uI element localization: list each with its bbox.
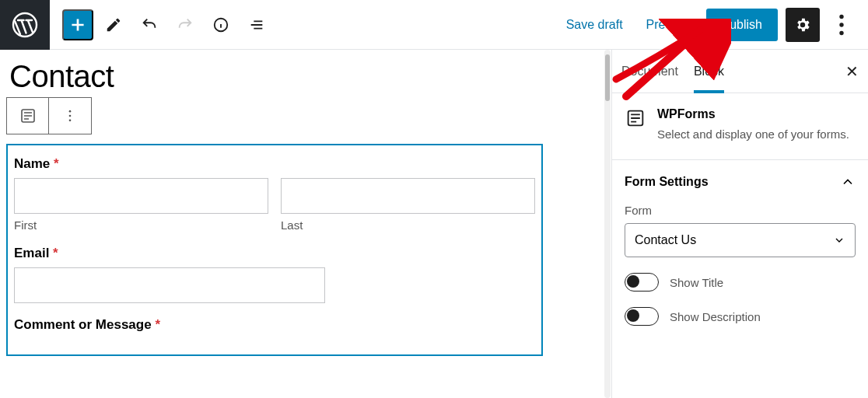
required-mark: * xyxy=(54,156,59,171)
name-label: Name * xyxy=(14,156,535,172)
form-select[interactable]: Contact Us xyxy=(625,223,856,257)
settings-button[interactable] xyxy=(786,8,820,42)
svg-point-2 xyxy=(839,14,843,18)
first-name-input[interactable] xyxy=(14,178,268,214)
form-select-value: Contact Us xyxy=(635,233,696,247)
wordpress-logo[interactable] xyxy=(0,0,50,50)
svg-point-8 xyxy=(69,120,72,122)
save-draft-button[interactable]: Save draft xyxy=(558,12,631,38)
chevron-up-icon xyxy=(840,174,856,190)
form-settings-panel-header[interactable]: Form Settings xyxy=(612,160,868,204)
more-options-button[interactable] xyxy=(828,8,856,42)
block-description-text: Select and display one of your forms. xyxy=(657,126,849,142)
redo-button[interactable] xyxy=(170,9,201,40)
sidebar-tabs: Document Block ✕ xyxy=(612,50,868,93)
undo-button[interactable] xyxy=(134,9,165,40)
block-more-icon[interactable] xyxy=(49,98,91,134)
last-sub-label: Last xyxy=(281,218,535,232)
wpforms-icon xyxy=(625,107,646,142)
block-description: WPForms Select and display one of your f… xyxy=(612,93,868,160)
wpforms-block[interactable]: Name * First Last Email * xyxy=(6,144,543,356)
svg-point-7 xyxy=(69,115,72,117)
form-select-label: Form xyxy=(625,204,856,217)
settings-sidebar: Document Block ✕ WPForms Select and disp… xyxy=(611,50,868,398)
block-toolbar xyxy=(6,97,92,134)
form-settings-panel-body: Form Contact Us Show Title Show Descript… xyxy=(612,204,868,338)
edit-icon[interactable] xyxy=(98,9,129,40)
chevron-down-icon xyxy=(833,234,845,246)
close-sidebar-button[interactable]: ✕ xyxy=(845,62,859,81)
editor-toolbar: Save draft Preview Publish xyxy=(0,0,868,50)
svg-point-3 xyxy=(839,23,843,26)
svg-point-4 xyxy=(839,30,843,34)
page-title[interactable]: Contact xyxy=(6,59,605,94)
tab-document[interactable]: Document xyxy=(621,50,678,93)
email-field-group: Email * xyxy=(14,246,535,303)
add-block-button[interactable] xyxy=(62,9,93,40)
comment-label: Comment or Message * xyxy=(14,317,535,333)
first-sub-label: First xyxy=(14,218,268,232)
publish-button[interactable]: Publish xyxy=(706,9,778,41)
show-description-label: Show Description xyxy=(670,310,761,323)
email-label: Email * xyxy=(14,246,535,261)
editor-canvas: Contact Name * First xyxy=(0,50,611,398)
preview-button[interactable]: Preview xyxy=(639,12,698,38)
block-name: WPForms xyxy=(657,107,849,121)
comment-field-group: Comment or Message * xyxy=(14,317,535,333)
show-title-label: Show Title xyxy=(670,276,723,289)
email-input[interactable] xyxy=(14,267,325,303)
outline-icon[interactable] xyxy=(241,9,272,40)
scrollbar[interactable] xyxy=(604,50,611,398)
tab-block[interactable]: Block xyxy=(694,50,724,93)
last-name-input[interactable] xyxy=(281,178,535,214)
block-type-icon[interactable] xyxy=(7,98,49,134)
show-description-toggle[interactable] xyxy=(625,307,659,326)
info-icon[interactable] xyxy=(205,9,236,40)
svg-point-6 xyxy=(69,110,72,113)
name-field-group: Name * First Last xyxy=(14,156,535,232)
show-title-toggle[interactable] xyxy=(625,273,659,292)
